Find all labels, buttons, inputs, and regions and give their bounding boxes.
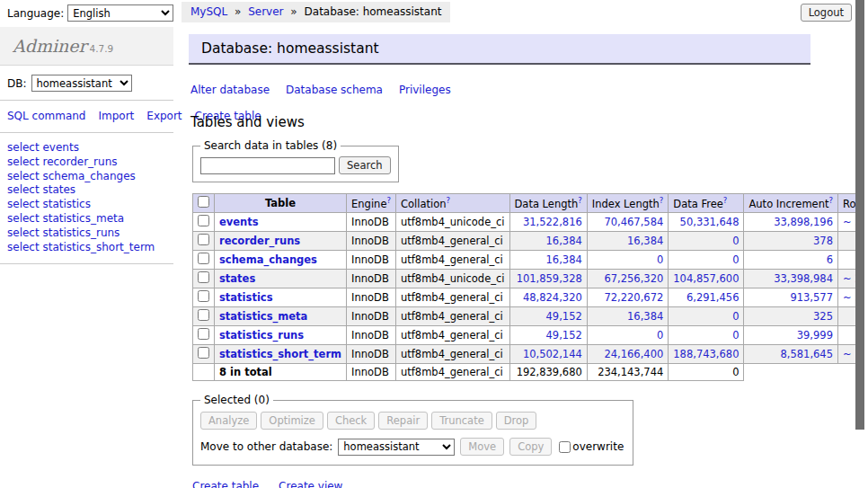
selected-legend: Selected (0) xyxy=(200,394,273,406)
help-link[interactable]: ? xyxy=(660,196,664,205)
table-name-link[interactable]: schema_changes xyxy=(219,253,317,266)
data-length-cell: 10,502,144 xyxy=(509,345,587,364)
column-header: Data Length? xyxy=(509,194,587,213)
check-button[interactable]: Check xyxy=(327,412,375,430)
row-checkbox-cell xyxy=(193,270,215,288)
auto-increment-cell: 33,898,196 xyxy=(744,213,838,232)
data-free-cell: 0 xyxy=(669,232,744,251)
move-label: Move to other database: xyxy=(200,440,332,453)
table-name-link[interactable]: events xyxy=(219,216,259,228)
adminer-logo-link[interactable]: Adminer xyxy=(13,36,87,56)
row-checkbox[interactable] xyxy=(198,253,209,264)
breadcrumb-link[interactable]: MySQL xyxy=(190,5,227,18)
scrollbar-track[interactable] xyxy=(855,0,868,488)
database-action-link[interactable]: Alter database xyxy=(190,84,270,96)
sidebar-select-link[interactable]: select statistics_meta xyxy=(7,212,166,226)
database-action-link[interactable]: Privileges xyxy=(399,84,451,96)
data-free-cell: 104,857,600 xyxy=(669,270,744,288)
row-checkbox[interactable] xyxy=(198,271,209,283)
table-name-link[interactable]: statistics_runs xyxy=(219,329,304,342)
help-link[interactable]: ? xyxy=(828,196,833,205)
index-length-cell: 16,384 xyxy=(587,232,669,251)
collation-cell: utf8mb4_general_ci xyxy=(395,345,509,364)
table-name-cell: statistics_meta xyxy=(215,307,347,326)
data-free-cell: 0 xyxy=(669,326,744,345)
move-database-select[interactable]: homeassistant xyxy=(338,439,455,456)
help-link[interactable]: ? xyxy=(723,196,728,205)
sidebar-select-link[interactable]: select states xyxy=(7,183,166,198)
select-all-checkbox[interactable] xyxy=(198,196,209,208)
search-button[interactable]: Search xyxy=(339,156,391,174)
repair-button[interactable]: Repair xyxy=(378,412,428,430)
sidebar-select-link[interactable]: select recorder_runs xyxy=(7,155,166,170)
row-checkbox[interactable] xyxy=(198,309,209,321)
table-name-link[interactable]: recorder_runs xyxy=(219,235,300,247)
data-free-cell: 50,331,648 xyxy=(669,213,744,232)
table-name-cell: states xyxy=(215,270,347,288)
table-name-link[interactable]: statistics_short_term xyxy=(219,348,341,360)
sidebar-select-link[interactable]: select statistics_short_term xyxy=(7,241,166,255)
auto-increment-cell: 8,581,645 xyxy=(744,345,838,364)
index-length-cell: 67,256,320 xyxy=(587,270,669,288)
table-name-cell: statistics_runs xyxy=(215,326,347,345)
table-name-link[interactable]: statistics xyxy=(219,291,273,304)
table-row: eventsInnoDButf8mb4_unicode_ci31,522,816… xyxy=(193,213,868,232)
database-action-link[interactable]: Database schema xyxy=(286,84,383,96)
database-links: Alter databaseDatabase schemaPrivileges xyxy=(190,84,810,96)
data-free-cell: 6,291,456 xyxy=(669,288,744,307)
truncate-button[interactable]: Truncate xyxy=(431,412,492,430)
optimize-button[interactable]: Optimize xyxy=(261,412,323,430)
help-link[interactable]: ? xyxy=(386,196,391,205)
sidebar-action-link[interactable]: Import xyxy=(98,110,134,122)
tables-heading: Tables and views xyxy=(190,114,810,130)
row-checkbox-cell xyxy=(193,288,215,307)
total-data-free-cell: 0 xyxy=(669,364,744,381)
sidebar-select-link[interactable]: select statistics_runs xyxy=(7,226,166,241)
sidebar-select-link[interactable]: select events xyxy=(7,141,166,155)
collation-cell: utf8mb4_general_ci xyxy=(395,326,509,345)
row-checkbox-cell xyxy=(193,345,215,364)
table-row: recorder_runsInnoDButf8mb4_general_ci16,… xyxy=(193,232,868,251)
overwrite-checkbox[interactable] xyxy=(559,441,571,453)
auto-increment-cell: 39,999 xyxy=(744,326,838,345)
total-data-length-cell: 192,839,680 xyxy=(509,364,587,381)
drop-button[interactable]: Drop xyxy=(496,412,537,430)
row-checkbox[interactable] xyxy=(198,215,209,226)
language-select[interactable]: English xyxy=(67,4,173,22)
help-link[interactable]: ? xyxy=(578,196,582,205)
data-length-cell: 16,384 xyxy=(509,232,587,251)
create-link[interactable]: Create view xyxy=(279,480,342,488)
sidebar-select-link[interactable]: select schema_changes xyxy=(7,170,166,184)
total-label-cell: 8 in total xyxy=(215,364,347,381)
row-checkbox[interactable] xyxy=(198,347,209,359)
create-link[interactable]: Create table xyxy=(192,480,259,488)
breadcrumb-link[interactable]: Server xyxy=(248,5,283,18)
index-length-cell: 24,166,400 xyxy=(587,345,669,364)
row-checkbox[interactable] xyxy=(198,234,209,245)
tables-and-views-table: TableEngine?Collation?Data Length?Index … xyxy=(192,193,868,381)
search-input[interactable] xyxy=(200,157,335,174)
analyze-button[interactable]: Analyze xyxy=(200,412,257,430)
table-name-cell: schema_changes xyxy=(215,251,347,270)
move-button[interactable]: Move xyxy=(460,438,504,456)
auto-increment-cell: 33,398,984 xyxy=(744,270,838,288)
collation-cell: utf8mb4_unicode_ci xyxy=(395,213,509,232)
row-checkbox[interactable] xyxy=(198,328,209,340)
row-checkbox[interactable] xyxy=(198,290,209,302)
db-select[interactable]: homeassistant xyxy=(31,75,132,92)
table-row: statesInnoDButf8mb4_unicode_ci101,859,32… xyxy=(193,270,868,288)
sidebar-select-link[interactable]: select statistics xyxy=(7,198,166,212)
table-name-link[interactable]: statistics_meta xyxy=(219,310,307,323)
sidebar-action-link[interactable]: SQL command xyxy=(7,110,85,122)
sidebar-action-link[interactable]: Export xyxy=(146,110,182,122)
help-link[interactable]: ? xyxy=(447,196,451,205)
table-name-link[interactable]: states xyxy=(219,272,255,285)
index-length-cell: 16,384 xyxy=(587,307,669,326)
collation-cell: utf8mb4_general_ci xyxy=(395,307,509,326)
data-length-cell: 48,824,320 xyxy=(509,288,587,307)
copy-button[interactable]: Copy xyxy=(509,438,552,456)
auto-increment-cell: 378 xyxy=(744,232,838,251)
breadcrumb: MySQL » Server » Database: homeassistant xyxy=(182,2,450,22)
scrollbar-thumb[interactable] xyxy=(855,0,864,430)
total-collation-cell: utf8mb4_general_ci xyxy=(395,364,509,381)
